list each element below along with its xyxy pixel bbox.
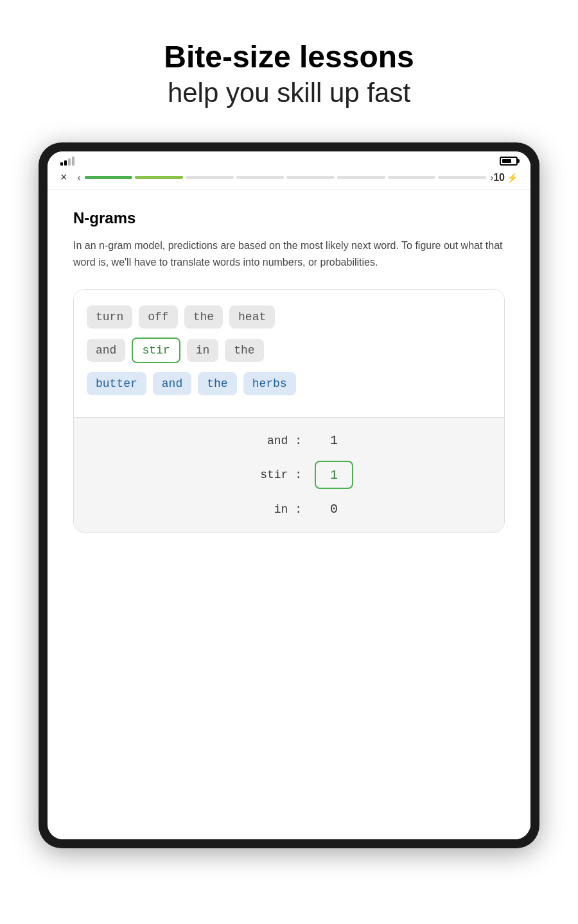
header-title-bold: Bite-size lessons bbox=[0, 38, 578, 76]
progress-seg-4 bbox=[236, 176, 285, 179]
score-value: 10 bbox=[493, 172, 505, 184]
token-heat: heat bbox=[229, 305, 275, 329]
data-value-and: 1 bbox=[315, 433, 353, 448]
close-button[interactable]: × bbox=[60, 171, 67, 184]
battery-fill bbox=[502, 159, 511, 163]
token-butter: butter bbox=[87, 372, 146, 395]
lesson-description: In an n-gram model, predictions are base… bbox=[73, 237, 505, 270]
data-section: and : 1 stir : 1 in : 0 bbox=[74, 417, 504, 532]
token-stir-highlighted: stir bbox=[132, 338, 180, 363]
token-in: in bbox=[187, 339, 219, 362]
token-the-2: the bbox=[225, 339, 263, 362]
content-area: N-grams In an n-gram model, predictions … bbox=[48, 190, 530, 839]
token-the-3: the bbox=[198, 372, 236, 395]
tablet-wrapper: × ‹ › 10 bbox=[0, 136, 578, 848]
token-and-1: and bbox=[87, 339, 125, 362]
progress-seg-5 bbox=[286, 176, 335, 179]
data-key-and: and : bbox=[225, 434, 302, 447]
score-badge: 10 ⚡ bbox=[493, 172, 518, 184]
progress-bar-container: ‹ › bbox=[78, 172, 494, 184]
tablet-device: × ‹ › 10 bbox=[39, 142, 539, 848]
nav-left-arrow[interactable]: ‹ bbox=[78, 172, 81, 184]
data-key-stir: stir : bbox=[225, 468, 302, 481]
header-title-regular: help you skill up fast bbox=[0, 76, 578, 111]
progress-seg-8 bbox=[438, 176, 486, 179]
progress-seg-2 bbox=[135, 176, 183, 179]
status-bar bbox=[48, 151, 530, 168]
token-off: off bbox=[139, 305, 177, 329]
data-value-in: 0 bbox=[315, 502, 353, 517]
header: Bite-size lessons help you skill up fast bbox=[0, 0, 578, 136]
tablet-screen: × ‹ › 10 bbox=[48, 151, 530, 839]
progress-seg-1 bbox=[85, 176, 133, 179]
data-key-in: in : bbox=[225, 503, 302, 516]
data-row-and: and : 1 bbox=[87, 433, 491, 448]
data-row-stir: stir : 1 bbox=[87, 461, 491, 489]
battery-icon bbox=[500, 157, 518, 166]
lightning-icon: ⚡ bbox=[507, 173, 518, 183]
token-row-2: and stir in the bbox=[87, 338, 491, 363]
signal-bars bbox=[60, 157, 74, 166]
data-value-stir-boxed: 1 bbox=[315, 461, 353, 489]
interactive-card: turn off the heat and stir in the bbox=[73, 289, 505, 533]
token-row-3: butter and the herbs bbox=[87, 372, 491, 395]
token-section: turn off the heat and stir in the bbox=[74, 290, 504, 417]
token-herbs: herbs bbox=[243, 372, 296, 395]
progress-seg-6 bbox=[337, 176, 385, 179]
progress-seg-7 bbox=[388, 176, 436, 179]
token-and-2: and bbox=[153, 372, 191, 395]
token-turn: turn bbox=[87, 305, 132, 329]
lesson-title: N-grams bbox=[73, 209, 505, 227]
nav-bar: × ‹ › 10 bbox=[48, 168, 530, 190]
data-row-in: in : 0 bbox=[87, 502, 491, 517]
progress-segments bbox=[85, 176, 486, 179]
token-the-1: the bbox=[184, 305, 223, 329]
progress-seg-3 bbox=[186, 176, 234, 179]
token-row-1: turn off the heat bbox=[87, 305, 491, 329]
